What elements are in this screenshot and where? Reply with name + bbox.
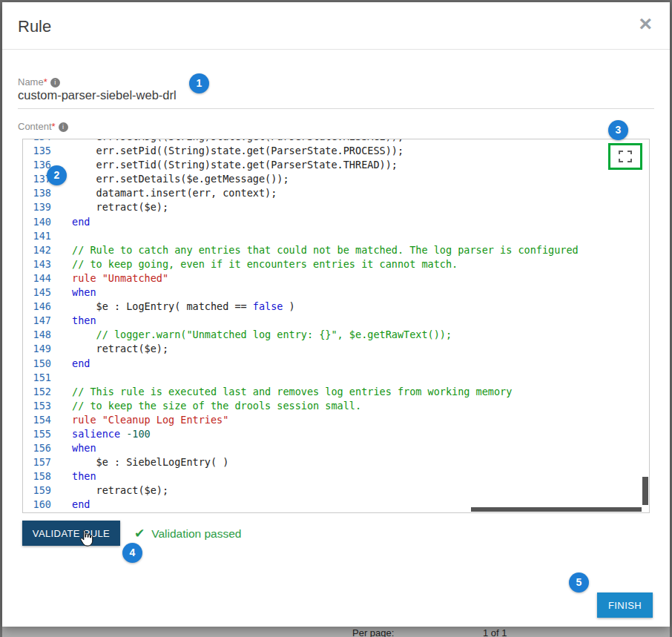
mouse-cursor-icon [79,529,93,548]
code-text: then [72,314,96,328]
callout-badge-4: 4 [122,543,142,563]
code-line: 135 err.setPid((String)state.get(ParserS… [29,144,640,158]
code-text: salience -100 [72,427,151,441]
line-number: 148 [29,328,51,342]
dialog-title: Rule [18,17,51,36]
rule-name-input[interactable] [18,88,537,102]
code-line: 141 [29,229,640,243]
check-icon: ✔ [134,526,145,541]
close-icon[interactable]: × [639,13,652,35]
name-label-text: Name [18,76,44,88]
code-line: 146 $e : LogEntry( matched == false ) [29,300,640,314]
required-asterisk: * [44,76,47,88]
name-input-underline [18,108,654,109]
info-icon: i [59,122,68,132]
code-text: err.setPid((String)state.get(ParserState… [72,144,403,158]
code-line: 147then [29,314,640,328]
code-text: $e : LogEntry( matched == false ) [72,300,295,314]
line-number: 144 [29,271,51,286]
line-number: 147 [29,314,51,328]
line-number: 145 [29,286,51,300]
line-number: 153 [29,399,51,413]
code-text: $e : SiebelLogEntry( ) [72,455,228,469]
line-number: 160 [29,498,51,512]
vertical-scrollbar-thumb[interactable] [642,477,648,505]
code-line: 138 datamart.insert(err, context); [29,186,640,200]
line-number: 138 [29,186,51,200]
info-icon: i [50,78,60,88]
code-text: err.setTid((String)state.get(ParserState… [72,158,398,172]
rule-dialog: Rule × Name*i Content*i 134 err.setMsg((… [2,2,670,627]
code-text: when [72,441,96,455]
line-number: 154 [29,413,51,427]
callout-badge-5: 5 [569,572,589,593]
code-line: 154rule "Cleanup Log Entries" [29,413,640,427]
code-text: then [72,469,96,483]
callout-badge-2: 2 [47,165,67,185]
fullscreen-expand-button[interactable] [608,143,642,170]
code-line: 144rule "Unmatched" [29,271,640,286]
line-number: 142 [29,243,51,257]
code-text: // logger.warn("Unmatched log entry: {}"… [72,328,452,342]
header-divider [2,49,670,50]
line-number: 143 [29,257,51,271]
background-page-strip: Per page: 1 of 1 [2,627,670,637]
code-line: 145when [29,286,640,300]
code-line: 150end [29,357,640,371]
horizontal-scrollbar-thumb[interactable] [471,507,642,512]
code-text: // to keep going, even if it encounters … [72,257,458,271]
required-asterisk: * [52,121,56,132]
pagination-label: 1 of 1 [483,627,507,637]
line-number: 159 [29,483,51,498]
code-line: 151 [29,371,640,385]
code-line: 143// to keep going, even if it encounte… [29,257,640,271]
code-line: 148 // logger.warn("Unmatched log entry:… [29,328,640,342]
content-label-text: Content [18,121,52,132]
validate-rule-label: VALIDATE RULE [33,528,110,539]
code-line: 136 err.setTid((String)state.get(ParserS… [29,158,640,172]
line-number: 146 [29,300,51,314]
line-number: 141 [29,229,51,243]
finish-label: FINISH [608,600,642,611]
line-number: 156 [29,441,51,455]
code-text: retract($e); [72,200,168,214]
code-text: // This rule is executed last and remove… [72,385,512,399]
modal-backdrop: Per page: 1 of 1 Rule × Name*i Content*i… [0,0,672,637]
code-line: 134 err.setMsg((String)state.get(ParserS… [29,139,640,144]
callout-badge-3: 3 [608,120,628,140]
code-text: err.setDetails($e.getMessage()); [72,172,289,186]
code-line: 156when [29,441,640,455]
line-number: 140 [29,215,51,229]
code-line: 157 $e : SiebelLogEntry( ) [29,455,640,469]
fullscreen-icon [619,151,632,162]
line-number: 150 [29,357,51,371]
validation-message: Validation passed [151,527,241,541]
line-number: 139 [29,200,51,214]
code-text: // Rule to catch any entries that could … [72,243,579,257]
code-text: datamart.insert(err, context); [72,186,277,200]
code-text: end [72,498,90,512]
code-text: rule "Cleanup Log Entries" [72,413,228,427]
line-number: 134 [29,139,51,144]
code-text: when [72,286,96,300]
rule-content-editor[interactable]: 134 err.setMsg((String)state.get(ParserS… [22,139,650,513]
finish-button[interactable]: FINISH [597,593,653,618]
code-text: retract($e); [72,342,168,356]
code-line: 137 err.setDetails($e.getMessage()); [29,172,640,186]
code-text: err.setMsg((String)state.get(ParserState… [72,139,403,144]
code-text: // to keep the size of the drools sessio… [72,399,361,413]
code-line: 153// to keep the size of the drools ses… [29,399,640,413]
code-text: end [72,215,90,229]
code-text: rule "Unmatched" [72,271,168,286]
line-number: 157 [29,455,51,469]
validate-rule-button[interactable]: VALIDATE RULE [22,521,120,546]
code-line: 140end [29,215,640,229]
code-line: 158then [29,469,640,483]
line-number: 152 [29,385,51,399]
per-page-label: Per page: [352,627,394,637]
name-label: Name*i [18,76,60,88]
code-line: 142// Rule to catch any entries that cou… [29,243,640,257]
code-line: 149 retract($e); [29,342,640,356]
content-label: Content*i [18,121,68,132]
code-line: 152// This rule is executed last and rem… [29,385,640,399]
